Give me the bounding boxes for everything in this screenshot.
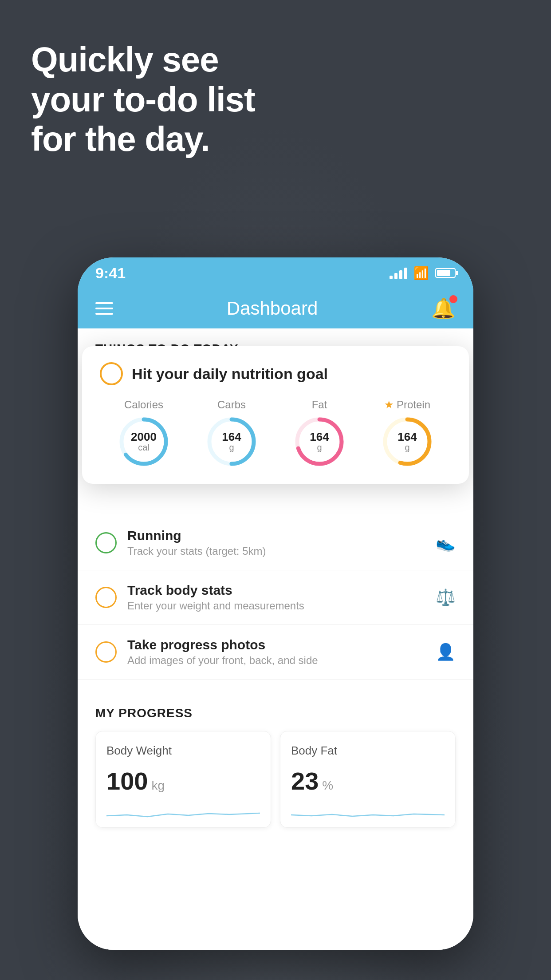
star-icon: ★	[384, 399, 394, 411]
phone-shell: 9:41 📶 Dashboard 🔔 THINGS	[78, 257, 473, 950]
photos-subtitle: Add images of your front, back, and side	[127, 654, 425, 667]
progress-section-title: MY PROGRESS	[95, 706, 456, 720]
todo-item-progress-photos[interactable]: Take progress photos Add images of your …	[78, 625, 473, 680]
calories-ring: 2000 cal	[118, 415, 170, 468]
protein-value: 164 g	[398, 431, 417, 453]
progress-section: MY PROGRESS Body Weight 100 kg Body	[78, 693, 473, 841]
battery-fill	[437, 270, 450, 276]
hamburger-line-3	[95, 313, 113, 315]
fat-value: 164 g	[310, 431, 329, 453]
carbs-label: Carbs	[217, 399, 246, 411]
body-stats-icon: ⚖️	[436, 588, 456, 607]
status-bar: 9:41 📶	[78, 257, 473, 288]
signal-bar-2	[394, 273, 398, 279]
hamburger-line-1	[95, 302, 113, 304]
photos-check-circle	[95, 641, 117, 663]
body-weight-card[interactable]: Body Weight 100 kg	[95, 731, 271, 828]
body-stats-subtitle: Enter your weight and measurements	[127, 600, 425, 612]
headline-line2: your to-do list	[31, 80, 255, 119]
photos-icon: 👤	[436, 643, 456, 661]
photos-info: Take progress photos Add images of your …	[127, 637, 425, 667]
body-fat-unit: %	[322, 778, 333, 793]
nutrition-protein: ★ Protein 164 g	[381, 399, 433, 468]
running-icon: 👟	[436, 533, 456, 552]
body-weight-number: 100	[106, 767, 148, 795]
card-header: Hit your daily nutrition goal	[100, 362, 451, 385]
status-icons: 📶	[390, 266, 456, 281]
protein-ring: 164 g	[381, 415, 433, 468]
notification-bell-button[interactable]: 🔔	[431, 297, 456, 320]
todo-list: Running Track your stats (target: 5km) 👟…	[78, 516, 473, 680]
hamburger-menu-button[interactable]	[95, 302, 113, 315]
running-subtitle: Track your stats (target: 5km)	[127, 545, 425, 557]
body-fat-chart	[291, 802, 445, 820]
signal-bar-4	[404, 268, 407, 279]
nutrition-card[interactable]: Hit your daily nutrition goal Calories 2…	[82, 346, 469, 484]
header-title: Dashboard	[227, 298, 318, 319]
nutrition-fat: Fat 164 g	[293, 399, 346, 468]
running-title: Running	[127, 528, 425, 543]
body-weight-chart	[106, 802, 260, 820]
photos-title: Take progress photos	[127, 637, 425, 652]
app-content: THINGS TO DO TODAY Hit your daily nutrit…	[78, 328, 473, 950]
battery-icon	[435, 268, 456, 278]
nutrition-calories: Calories 2000 cal	[118, 399, 170, 468]
carbs-value: 164 g	[222, 431, 241, 453]
running-check-circle	[95, 532, 117, 553]
body-fat-card-title: Body Fat	[291, 744, 445, 758]
carbs-ring: 164 g	[205, 415, 258, 468]
protein-label: ★ Protein	[384, 399, 430, 411]
body-weight-card-title: Body Weight	[106, 744, 260, 758]
body-stats-title: Track body stats	[127, 583, 425, 598]
status-time: 9:41	[95, 265, 126, 282]
headline-line1: Quickly see	[31, 40, 219, 79]
nutrition-card-title: Hit your daily nutrition goal	[132, 365, 328, 383]
body-fat-number: 23	[291, 767, 319, 795]
body-fat-value: 23 %	[291, 767, 445, 795]
headline: Quickly see your to-do list for the day.	[31, 40, 255, 159]
signal-bars-icon	[390, 267, 407, 279]
nutrition-circles: Calories 2000 cal Carbs	[100, 399, 451, 468]
running-info: Running Track your stats (target: 5km)	[127, 528, 425, 557]
nutrition-carbs: Carbs 164 g	[205, 399, 258, 468]
body-weight-unit: kg	[151, 778, 165, 793]
todo-item-running[interactable]: Running Track your stats (target: 5km) 👟	[78, 516, 473, 570]
signal-bar-3	[399, 270, 402, 279]
notification-dot	[449, 295, 457, 303]
calories-label: Calories	[124, 399, 163, 411]
progress-cards: Body Weight 100 kg Body Fat 23	[95, 731, 456, 828]
nutrition-check-circle	[100, 362, 123, 385]
wifi-icon: 📶	[413, 266, 429, 281]
fat-label: Fat	[312, 399, 327, 411]
headline-line3: for the day.	[31, 119, 210, 158]
body-weight-value: 100 kg	[106, 767, 260, 795]
body-fat-card[interactable]: Body Fat 23 %	[280, 731, 456, 828]
body-stats-info: Track body stats Enter your weight and m…	[127, 583, 425, 612]
todo-item-body-stats[interactable]: Track body stats Enter your weight and m…	[78, 570, 473, 625]
hamburger-line-2	[95, 308, 113, 309]
signal-bar-1	[390, 276, 393, 279]
fat-ring: 164 g	[293, 415, 346, 468]
app-header: Dashboard 🔔	[78, 288, 473, 328]
calories-value: 2000 cal	[131, 431, 157, 453]
body-stats-check-circle	[95, 587, 117, 608]
